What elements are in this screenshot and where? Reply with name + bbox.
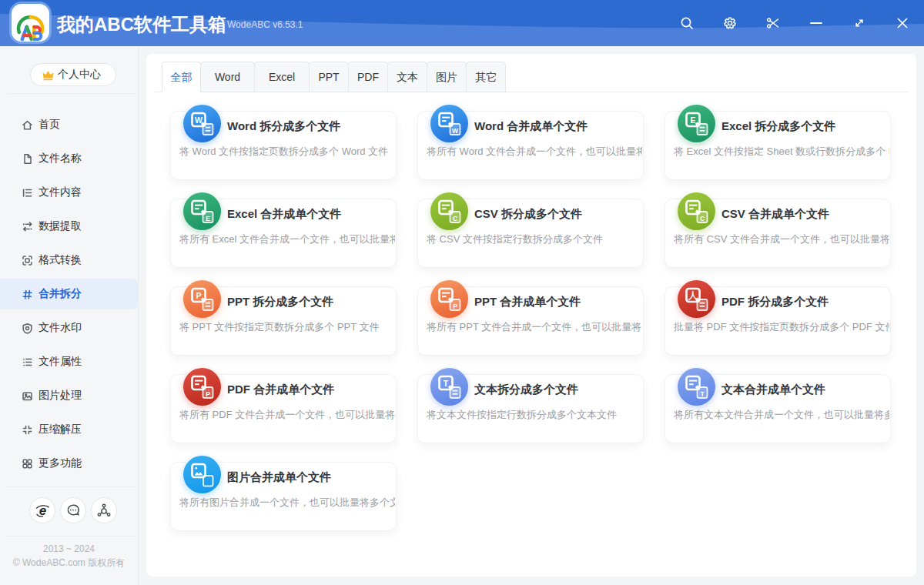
svg-text:E: E — [690, 115, 695, 125]
svg-text:P: P — [196, 291, 201, 300]
svg-text:P: P — [206, 390, 210, 398]
svg-text:C: C — [700, 215, 705, 222]
svg-text:W: W — [195, 115, 203, 125]
svg-text:C: C — [453, 215, 457, 222]
svg-text:P: P — [453, 303, 457, 310]
svg-text:T: T — [444, 379, 449, 388]
svg-text:E: E — [206, 215, 210, 222]
svg-text:T: T — [700, 390, 705, 398]
svg-text:W: W — [452, 127, 459, 135]
